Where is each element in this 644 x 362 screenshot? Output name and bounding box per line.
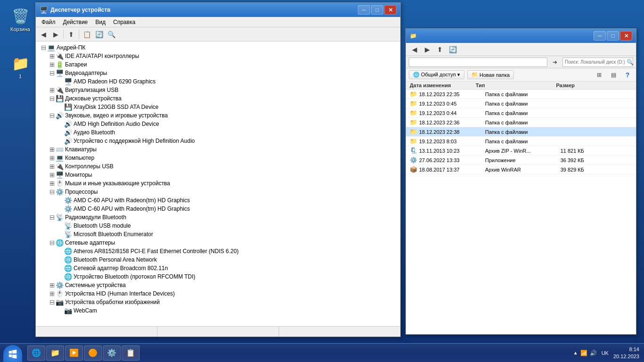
help-btn[interactable]: ? (622, 69, 633, 81)
tree-item[interactable]: 🖱️Мыши и иные указывающие устройства (36, 179, 400, 188)
file-row[interactable]: 📦 18.08.2017 13:37 Архив WinRAR 39 829 К… (406, 165, 636, 174)
exp-back-btn[interactable]: ◀ (409, 44, 420, 55)
file-row[interactable]: 📁 18.12.2023 22:35 Папка с файлами (406, 90, 636, 99)
file-row[interactable]: 📁 19.12.2023 0:44 Папка с файлами (406, 108, 636, 118)
tree-expander[interactable] (48, 86, 56, 94)
exp-forward-btn[interactable]: ▶ (421, 44, 433, 55)
toolbar-up-btn[interactable]: ⬆ (66, 29, 77, 40)
desktop-icon-recycle[interactable]: 🗑️ Корзина (4, 5, 37, 34)
taskbar-item[interactable]: 📁 (46, 346, 64, 361)
menu-view[interactable]: Вид (91, 18, 109, 26)
tree-expander[interactable] (48, 61, 56, 68)
tree-expander[interactable] (48, 69, 56, 77)
tree-expander[interactable] (48, 298, 56, 306)
toolbar-update-btn[interactable]: 🔄 (93, 29, 105, 40)
tree-item[interactable]: 🌐Atheros AR8152/8158 PCI-E Fast Ethernet… (36, 247, 400, 255)
devmgr-minimize-btn[interactable]: ─ (358, 5, 370, 15)
tree-expander[interactable] (40, 44, 47, 51)
file-row[interactable]: 📁 19.12.2023 8:03 Папка с файлами (406, 137, 636, 146)
tree-item[interactable]: ⌨️Клавиатуры (36, 145, 400, 154)
file-row[interactable]: 📁 18.12.2023 22:38 Папка с файлами (406, 127, 636, 137)
tree-item[interactable]: 🖥️Видеоадаптеры (36, 69, 400, 77)
tree-item[interactable]: 📷Устройства обработки изображений (36, 298, 400, 306)
tree-item[interactable]: 🖥️AMD Radeon HD 6290 Graphics (36, 77, 400, 86)
share-btn[interactable]: 🌐 Общий доступ ▾ (409, 70, 464, 79)
tree-expander[interactable] (48, 180, 56, 187)
tree-item[interactable]: 🔊Аудио Bluetooth (36, 128, 400, 137)
tree-item[interactable]: 🔌IDE ATA/ATAPI контроллеры (36, 52, 400, 60)
col-header-date[interactable]: Дата изменения (410, 82, 476, 88)
start-button[interactable] (0, 344, 25, 362)
tree-item[interactable]: 🌐Сетевой адаптер Broadcom 802.11n (36, 264, 400, 272)
tree-item[interactable]: 🌐Сетевые адаптеры (36, 239, 400, 247)
view-toggle-btn[interactable]: ⊞ (594, 69, 605, 81)
toolbar-scan-btn[interactable]: 🔍 (106, 29, 117, 40)
toolbar-forward-btn[interactable]: ▶ (50, 29, 61, 40)
file-row[interactable]: 🗜️ 13.11.2013 10:23 Архив ZIP - WinR... … (406, 146, 636, 156)
toolbar-props-btn[interactable]: 📋 (81, 29, 92, 40)
tree-item[interactable]: 📡Bluetooth USB module (36, 222, 400, 230)
tree-expander[interactable] (48, 290, 56, 297)
tree-expander[interactable] (48, 163, 56, 170)
explorer-maximize-btn[interactable]: □ (607, 31, 619, 41)
tree-expander[interactable] (48, 95, 56, 102)
tree-expander[interactable] (48, 171, 56, 179)
tree-item[interactable]: ⚙️Системные устройства (36, 281, 400, 289)
exp-refresh-btn[interactable]: 🔄 (447, 44, 458, 55)
tree-expander[interactable] (48, 146, 56, 153)
tree-item[interactable]: 🖱️Устройства HID (Human Interface Device… (36, 289, 400, 298)
exp-up-btn[interactable]: ⬆ (434, 44, 446, 55)
tree-expander[interactable] (48, 154, 56, 162)
tree-item[interactable]: 🔊AMD High Definition Audio Device (36, 120, 400, 128)
tree-expander[interactable] (48, 188, 56, 196)
tray-volume-icon[interactable]: 🔊 (590, 350, 597, 356)
taskbar-item[interactable]: 🟠 (84, 346, 102, 361)
tree-item[interactable]: 🖥️Мониторы (36, 171, 400, 179)
tree-item[interactable]: ⚙️AMD C-60 APU with Radeon(tm) HD Graphi… (36, 196, 400, 205)
tree-item[interactable]: 📡Microsoft Bluetooth Enumerator (36, 230, 400, 239)
tree-item[interactable]: 🔌Контроллеры USB (36, 162, 400, 171)
tree-item[interactable]: 💻Компьютер (36, 154, 400, 162)
tree-expander[interactable] (48, 52, 56, 60)
tree-item[interactable]: ⚙️AMD C-60 APU with Radeon(tm) HD Graphi… (36, 205, 400, 213)
taskbar-item[interactable]: 🌐 (27, 346, 45, 361)
tree-item[interactable]: 🌐Bluetooth Personal Area Network (36, 255, 400, 264)
tree-item[interactable]: 🌐Устройство Bluetooth (протокол RFCOMM T… (36, 272, 400, 281)
tree-item[interactable]: 📡Радиомодули Bluetooth (36, 213, 400, 222)
menu-help[interactable]: Справка (109, 18, 139, 26)
taskbar-item[interactable]: ▶️ (65, 346, 83, 361)
address-input[interactable] (409, 58, 547, 67)
col-header-type[interactable]: Тип (476, 82, 532, 88)
taskbar-item[interactable]: ⚙️ (103, 346, 121, 361)
new-folder-btn[interactable]: 📁 Новая папка (467, 70, 514, 79)
tree-item[interactable]: 📷WebCam (36, 306, 400, 315)
file-row[interactable]: 📁 18.12.2023 22:36 Папка с файлами (406, 118, 636, 127)
tree-item[interactable]: 💾Дисковые устройства (36, 94, 400, 103)
tree-item[interactable]: 🔌Виртуализация USB (36, 86, 400, 94)
tree-item[interactable]: ⚙️Процессоры (36, 188, 400, 196)
taskbar-item[interactable]: 📋 (122, 346, 140, 361)
tree-item[interactable]: 🔊Устройство с поддержкой High Definition… (36, 137, 400, 145)
tree-expander[interactable] (48, 281, 56, 289)
devmgr-maximize-btn[interactable]: □ (371, 5, 383, 15)
tree-item[interactable]: 💾XrayDisk 120GB SSD ATA Device (36, 103, 400, 111)
file-row[interactable]: ⚙️ 27.06.2022 13:33 Приложение 36 392 КБ (406, 156, 636, 165)
explorer-minimize-btn[interactable]: ─ (594, 31, 606, 41)
tree-item[interactable]: 💻Андрей-ПК (36, 43, 400, 52)
toolbar-back-btn[interactable]: ◀ (38, 29, 49, 40)
tree-item[interactable]: 🔋Батареи (36, 60, 400, 69)
tree-expander[interactable] (48, 239, 56, 247)
search-input[interactable] (565, 59, 625, 65)
tree-expander[interactable] (48, 214, 56, 221)
menu-file[interactable]: Файл (38, 18, 59, 26)
file-row[interactable]: 📁 19.12.2023 0:45 Папка с файлами (406, 99, 636, 108)
tree-item[interactable]: 🔊Звуковые, видео и игровые устройства (36, 111, 400, 120)
devmgr-close-btn[interactable]: ✕ (384, 5, 396, 15)
col-header-size[interactable]: Размер (532, 82, 575, 88)
desktop-icon-folder[interactable]: 📁 1 (4, 52, 37, 81)
explorer-close-btn[interactable]: ✕ (620, 31, 632, 41)
tree-expander[interactable] (48, 112, 56, 119)
pane-toggle-btn[interactable]: ▤ (608, 69, 619, 81)
address-go-btn[interactable]: ➜ (549, 57, 561, 68)
menu-action[interactable]: Действие (59, 18, 92, 26)
